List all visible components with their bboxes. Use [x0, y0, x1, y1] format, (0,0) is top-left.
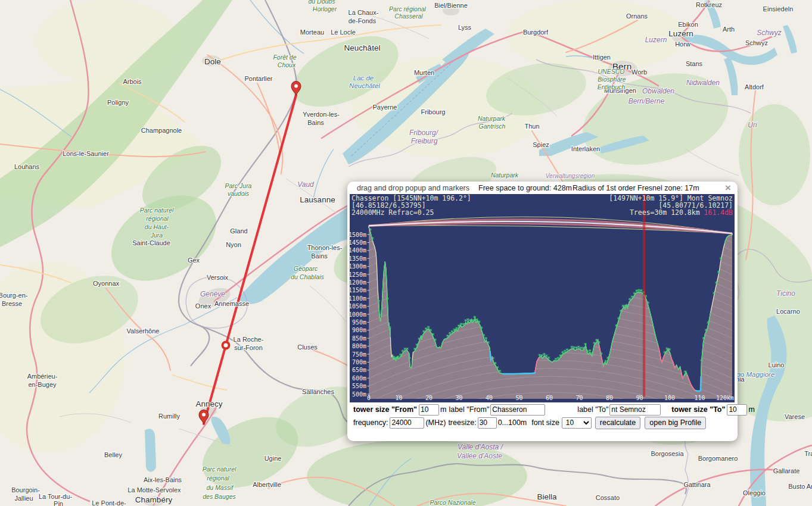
- map-label: Bourg-en-: [0, 292, 28, 299]
- map-label: Oleggio: [743, 489, 766, 496]
- map-label: Neuchâtel: [344, 43, 381, 52]
- map-label: Parc Jura: [225, 182, 252, 189]
- map-label: Ambérieu-: [27, 373, 58, 380]
- label-to-input[interactable]: [609, 404, 661, 416]
- map-label: Annemasse: [214, 300, 249, 307]
- marker-circle-mid[interactable]: [223, 342, 229, 349]
- close-icon[interactable]: ×: [725, 183, 731, 193]
- map-label: Vaud: [297, 180, 314, 189]
- svg-text:100: 100: [664, 395, 675, 401]
- map-label: Rotkreuz: [696, 1, 722, 8]
- map-label: Uri: [748, 121, 757, 129]
- map-label: Locarno: [776, 308, 800, 315]
- label-from-input[interactable]: [490, 404, 545, 416]
- elevation-profile-canvas[interactable]: 1500m1450m1400m1350m1300m1250m1200m1150m…: [350, 194, 735, 402]
- open-big-profile-button[interactable]: open big Profile: [645, 417, 706, 429]
- map-viewport[interactable]: DoleForêt deChouxOrnansMorteauLe LocleLa…: [0, 0, 812, 506]
- svg-text:750m: 750m: [352, 351, 366, 358]
- svg-text:900m: 900m: [352, 327, 366, 333]
- map-label: Morteau: [300, 29, 324, 36]
- map-label: Ugine: [265, 455, 282, 462]
- map-label: Dole: [204, 57, 221, 66]
- map-label: Luzern: [645, 36, 667, 44]
- frequency-input[interactable]: [390, 417, 424, 429]
- map-label: Ebikon: [678, 21, 698, 28]
- map-label: Naturpark: [478, 115, 506, 122]
- map-label: du Massif: [207, 484, 234, 491]
- map-label: Belley: [104, 451, 122, 458]
- map-label: du Doubs: [309, 0, 336, 5]
- map-label: régional: [146, 215, 169, 222]
- map-label: Aix-les-Bains: [144, 476, 182, 483]
- tower-from-label: tower size "From": [353, 405, 417, 414]
- tower-from-unit: m: [440, 405, 446, 414]
- svg-text:1150m: 1150m: [350, 287, 366, 293]
- map-label: sur-Foron: [234, 344, 263, 351]
- svg-text:110: 110: [694, 395, 705, 401]
- map-label: Nyon: [226, 241, 241, 248]
- map-label: du Chablais: [291, 273, 324, 280]
- map-label: Jura: [150, 232, 163, 239]
- tower-to-input[interactable]: [727, 404, 747, 416]
- map-label: Nidwalden: [686, 79, 720, 87]
- svg-text:0: 0: [367, 395, 371, 401]
- svg-text:1300m: 1300m: [350, 263, 366, 270]
- frequency-label: frequency:: [353, 418, 388, 427]
- map-label: Genève: [200, 290, 225, 298]
- map-label: Gattinara: [683, 481, 711, 488]
- svg-text:50: 50: [515, 395, 522, 401]
- profile-popup[interactable]: drag and drop popup and markers Free spa…: [347, 182, 738, 441]
- fresnel-radius-text: Radius of 1st order Fresnel zone: 17m: [573, 184, 699, 192]
- map-label: Choux: [278, 61, 296, 68]
- map-label: Einsiedeln: [763, 5, 794, 13]
- svg-text:650m: 650m: [352, 367, 366, 373]
- controls-row-1: tower size "From" m label "From" label "…: [347, 403, 738, 416]
- map-label: Saint-Claude: [132, 239, 170, 246]
- recalculate-button[interactable]: recalculate: [595, 417, 640, 429]
- map-label: Naturpark: [491, 171, 519, 179]
- map-label: de-Fonds: [349, 17, 377, 24]
- svg-text:1250m: 1250m: [350, 271, 366, 278]
- tower-to-unit: m: [748, 405, 754, 414]
- popup-controls: tower size "From" m label "From" label "…: [347, 403, 738, 429]
- map-label: Géoparc: [294, 265, 318, 272]
- map-label: Lac de: [353, 74, 374, 82]
- map-label: Annecy: [195, 399, 222, 408]
- svg-text:500m: 500m: [352, 391, 366, 398]
- svg-text:40: 40: [486, 395, 493, 401]
- svg-text:1500m: 1500m: [350, 232, 366, 238]
- map-label: Bains: [307, 119, 324, 126]
- map-label: Schwyz: [745, 39, 768, 46]
- map-label: Ticino: [776, 289, 795, 298]
- map-label: Albertville: [253, 481, 281, 488]
- map-label: Parc régional: [389, 5, 427, 13]
- map-label: Entlebuch: [598, 83, 626, 90]
- svg-text:70: 70: [575, 395, 583, 401]
- svg-text:1050m: 1050m: [350, 303, 366, 310]
- map-label: Biel/Bienne: [434, 2, 468, 9]
- map-label: Onex: [195, 302, 211, 310]
- map-label: Cluses: [297, 343, 318, 351]
- map-label: Sallanches: [302, 388, 334, 395]
- map-label: Fribourg: [421, 108, 446, 115]
- fontsize-select[interactable]: 10: [562, 417, 592, 429]
- map-label: Horw: [675, 40, 690, 48]
- svg-text:120km: 120km: [716, 395, 734, 401]
- map-label: Bern/Berne: [629, 97, 665, 105]
- map-label: Thun: [524, 123, 539, 130]
- map-label: Valle d'Aosta /: [458, 443, 504, 451]
- map-label: Poligny: [107, 99, 129, 106]
- map-label: Bourgoin-: [11, 486, 40, 493]
- map-label: Neuchâtel: [349, 82, 380, 89]
- map-label: des Bauges: [203, 493, 236, 500]
- map-label: Thonon-les-: [307, 244, 343, 251]
- map-label: Jallieu: [14, 495, 33, 502]
- map-label: Borgosesia: [651, 450, 684, 457]
- map-label: Fribourg/: [409, 129, 439, 137]
- map-label: Vallée d'Aoste: [457, 452, 502, 460]
- label-to-label: label "To": [577, 405, 608, 414]
- tower-from-input[interactable]: [419, 404, 439, 416]
- treesize-input[interactable]: [478, 417, 497, 429]
- map-label: Yverdon-les-: [303, 111, 340, 118]
- map-label: Chasseral: [394, 13, 423, 20]
